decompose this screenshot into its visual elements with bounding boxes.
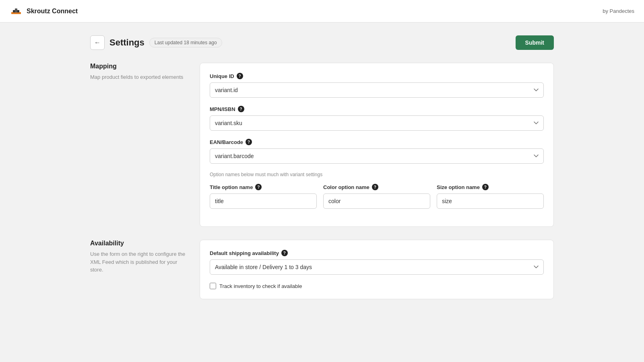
title-option-label: Title option name ? — [210, 184, 317, 190]
mapping-section: Mapping Map product fields to exported e… — [90, 63, 554, 227]
availability-section-info: Availability Use the form on the right t… — [90, 240, 187, 299]
availability-label: Availability — [90, 240, 187, 247]
unique-id-select[interactable]: variant.id product.id variant.sku — [210, 82, 544, 98]
app-header: Skroutz Connect by Pandectes — [0, 0, 644, 23]
title-option-group: Title option name ? — [210, 184, 317, 209]
track-inventory-checkbox[interactable] — [210, 283, 216, 289]
mapping-description: Map product fields to exported elements — [90, 73, 187, 81]
back-arrow-icon: ← — [94, 39, 101, 46]
track-inventory-label: Track inventory to check if available — [219, 283, 302, 289]
default-shipping-select[interactable]: Available in store / Delivery 1 to 3 day… — [210, 259, 544, 275]
availability-description: Use the form on the right to configure t… — [90, 250, 187, 274]
page-content: ← Settings Last updated 18 minutes ago S… — [80, 23, 564, 325]
size-option-help-icon: ? — [482, 184, 489, 190]
last-updated-badge: Last updated 18 minutes ago — [149, 38, 222, 47]
svg-rect-4 — [15, 8, 17, 12]
default-shipping-field-group: Default shipping availability ? Availabl… — [210, 250, 544, 275]
top-bar: ← Settings Last updated 18 minutes ago S… — [90, 35, 554, 50]
unique-id-help-icon: ? — [237, 73, 243, 79]
size-option-label: Size option name ? — [437, 184, 544, 190]
ean-barcode-select[interactable]: variant.barcode variant.sku variant.id — [210, 148, 544, 164]
title-option-help-icon: ? — [255, 184, 262, 190]
mpn-isbn-select[interactable]: variant.sku variant.id product.id — [210, 115, 544, 131]
back-button[interactable]: ← — [90, 35, 105, 50]
ean-barcode-label: EAN/Barcode ? — [210, 139, 544, 145]
option-names-note: Option names below must much with varian… — [210, 172, 544, 177]
mapping-label: Mapping — [90, 63, 187, 70]
title-option-input[interactable] — [210, 193, 317, 209]
mapping-card: Unique ID ? variant.id product.id varian… — [200, 63, 554, 227]
availability-section: Availability Use the form on the right t… — [90, 240, 554, 299]
unique-id-field-group: Unique ID ? variant.id product.id varian… — [210, 73, 544, 98]
color-option-input[interactable] — [323, 193, 430, 209]
size-option-input[interactable] — [437, 193, 544, 209]
track-inventory-row: Track inventory to check if available — [210, 283, 544, 289]
mapping-section-info: Mapping Map product fields to exported e… — [90, 63, 187, 227]
unique-id-label: Unique ID ? — [210, 73, 544, 79]
header-by-label: by Pandectes — [603, 8, 634, 14]
header-left: Skroutz Connect — [10, 5, 78, 18]
submit-button[interactable]: Submit — [516, 35, 554, 50]
default-shipping-label: Default shipping availability ? — [210, 250, 544, 256]
option-names-row: Title option name ? Color option name ? … — [210, 184, 544, 217]
page-title: Settings — [109, 37, 144, 48]
size-option-group: Size option name ? — [437, 184, 544, 217]
top-bar-left: ← Settings Last updated 18 minutes ago — [90, 35, 222, 50]
ean-barcode-field-group: EAN/Barcode ? variant.barcode variant.sk… — [210, 139, 544, 164]
default-shipping-help-icon: ? — [281, 250, 288, 256]
app-logo-icon — [10, 5, 23, 18]
color-option-help-icon: ? — [372, 184, 378, 190]
mpn-isbn-field-group: MPN/ISBN ? variant.sku variant.id produc… — [210, 106, 544, 131]
color-option-group: Color option name ? — [323, 184, 430, 209]
availability-card: Default shipping availability ? Availabl… — [200, 240, 554, 299]
mpn-isbn-help-icon: ? — [238, 106, 244, 112]
ean-barcode-help-icon: ? — [246, 139, 252, 145]
color-option-label: Color option name ? — [323, 184, 430, 190]
mpn-isbn-label: MPN/ISBN ? — [210, 106, 544, 112]
app-name: Skroutz Connect — [27, 8, 78, 15]
